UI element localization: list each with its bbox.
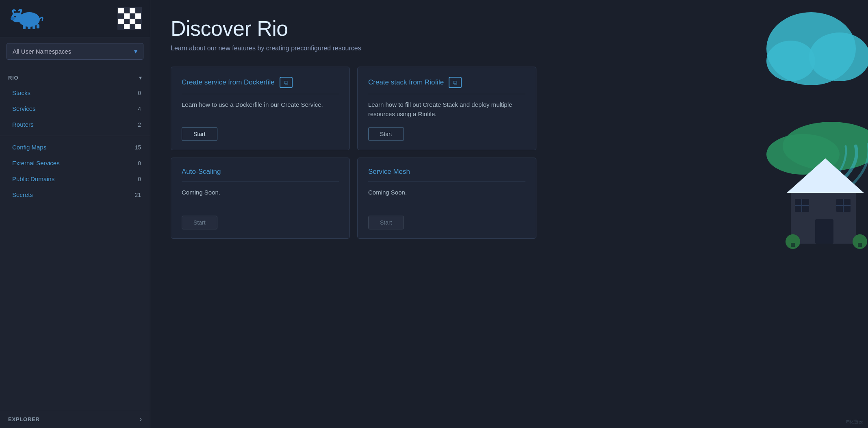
explorer-chevron-right-icon: › [140,416,142,422]
public-domains-label: Public Domains [12,175,54,182]
rio-chevron-down-icon: ▾ [139,74,142,81]
page-title: Discover Rio [171,16,848,41]
svg-point-7 [14,16,16,17]
sidebar-item-routers[interactable]: Routers 2 [0,117,150,132]
svg-rect-41 [791,243,795,247]
card-servicemesh-title: Service Mesh [368,168,410,176]
card-dockerfile-footer: Start [182,127,339,141]
chevron-down-icon: ▾ [134,48,137,55]
watermark: ⊞亿捷云 [846,419,863,425]
card-dockerfile-header: Create service from Dockerfile ⧉ [182,77,339,94]
sidebar-item-secrets[interactable]: Secrets 21 [0,187,150,203]
svg-rect-18 [118,19,124,24]
svg-rect-6 [37,24,39,28]
card-riofile-footer: Start [368,127,525,141]
svg-rect-11 [124,8,130,13]
svg-rect-14 [118,13,124,19]
services-count: 4 [138,106,141,112]
svg-rect-20 [130,19,135,24]
checkerboard-logo [117,7,142,30]
sidebar-header [0,0,150,37]
sidebar-item-services[interactable]: Services 4 [0,101,150,117]
card-riofile-title: Create stack from Riofile [368,78,444,86]
riofile-ext-link-icon[interactable]: ⧉ [449,77,462,88]
sidebar-item-public-domains[interactable]: Public Domains 0 [0,171,150,187]
card-autoscaling-title: Auto-Scaling [182,168,221,176]
services-label: Services [12,105,36,112]
svg-rect-35 [836,199,851,212]
card-riofile-start-button[interactable]: Start [368,127,404,141]
svg-marker-32 [787,158,864,193]
namespace-label: All User Namespaces [13,48,71,55]
svg-rect-17 [135,13,141,19]
rio-section-header[interactable]: RIO ▾ [0,72,150,85]
sidebar-divider [0,136,150,136]
card-servicemesh-body: Coming Soon. [368,188,525,208]
sidebar-item-external-services[interactable]: External Services 0 [0,155,150,171]
stacks-count: 0 [138,90,141,96]
svg-point-30 [766,134,840,175]
sidebar-item-configmaps[interactable]: Config Maps 15 [0,139,150,155]
card-dockerfile-body: Learn how to use a Dockerfile in our Cre… [182,100,339,119]
card-autoscaling-start-button[interactable]: Start [182,216,217,229]
illustration [730,0,868,428]
svg-rect-4 [28,25,30,29]
namespace-dropdown[interactable]: All User Namespaces ▾ [7,43,143,60]
public-domains-count: 0 [138,176,141,182]
riofile-external-link-symbol: ⧉ [453,79,457,86]
explorer-label: EXPLORER [8,416,40,422]
routers-count: 2 [138,121,141,128]
sidebar-item-stacks[interactable]: Stacks 0 [0,85,150,101]
rio-section: RIO ▾ Stacks 0 Services 4 Routers 2 Conf… [0,65,150,203]
card-autoscaling: Auto-Scaling Coming Soon. Start [171,158,350,239]
svg-rect-5 [33,25,35,29]
svg-rect-33 [815,219,833,244]
card-riofile-header: Create stack from Riofile ⧉ [368,77,525,94]
svg-point-29 [783,122,868,171]
card-dockerfile-start-button[interactable]: Start [182,127,217,141]
bull-logo [8,7,45,30]
explorer-section[interactable]: EXPLORER › [0,410,150,428]
stacks-label: Stacks [12,89,30,96]
routers-label: Routers [12,121,34,128]
svg-rect-3 [23,25,26,29]
card-servicemesh-footer: Start [368,216,525,229]
configmaps-count: 15 [135,144,141,151]
sidebar: All User Namespaces ▾ RIO ▾ Stacks 0 Ser… [0,0,150,428]
svg-rect-19 [124,19,130,24]
ext-link-icon[interactable]: ⧉ [280,77,293,88]
card-riofile: Create stack from Riofile ⧉ Learn how to… [357,67,536,150]
svg-point-40 [786,234,800,249]
secrets-label: Secrets [12,191,33,198]
svg-rect-31 [791,191,856,244]
svg-rect-34 [795,199,809,212]
card-autoscaling-body: Coming Soon. [182,188,339,208]
card-dockerfile: Create service from Dockerfile ⧉ Learn h… [171,67,350,150]
svg-rect-10 [118,8,124,13]
svg-rect-16 [130,13,135,19]
svg-rect-24 [130,24,135,29]
card-servicemesh-header: Service Mesh [368,168,525,182]
card-dockerfile-title: Create service from Dockerfile [182,78,275,86]
svg-rect-21 [135,19,141,24]
external-services-count: 0 [138,160,141,166]
secrets-count: 21 [135,192,141,198]
svg-rect-22 [118,24,124,29]
external-services-label: External Services [12,160,60,166]
svg-rect-15 [124,13,130,19]
main-content: Discover Rio Learn about our new feature… [150,0,868,428]
svg-rect-13 [135,8,141,13]
svg-point-8 [11,17,15,20]
card-autoscaling-header: Auto-Scaling [182,168,339,182]
configmaps-label: Config Maps [12,144,46,151]
rio-section-label: RIO [8,75,18,81]
card-autoscaling-footer: Start [182,216,339,229]
external-link-symbol: ⧉ [284,79,288,86]
card-riofile-body: Learn how to fill out Create Stack and d… [368,100,525,119]
page-subtitle: Learn about our new features by creating… [171,45,848,52]
card-servicemesh-start-button[interactable]: Start [368,216,404,229]
svg-rect-12 [130,8,135,13]
svg-rect-43 [858,243,862,247]
svg-rect-25 [135,24,141,29]
cards-grid: Create service from Dockerfile ⧉ Learn h… [171,67,536,239]
